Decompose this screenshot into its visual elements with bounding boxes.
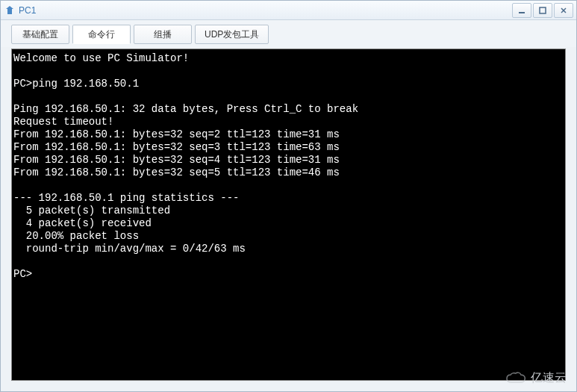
terminal-line: round-trip min/avg/max = 0/42/63 ms [13, 243, 246, 255]
minimize-button[interactable] [512, 3, 531, 18]
tab-udp-tool[interactable]: UDP发包工具 [195, 25, 269, 44]
terminal-line: 4 packet(s) received [13, 217, 152, 229]
app-window: PC1 基础配置 命令行 组播 UDP发包工具 Welcome to use P… [0, 0, 577, 392]
terminal-line: From 192.168.50.1: bytes=32 seq=2 ttl=12… [13, 128, 340, 140]
terminal-line: PC>ping 192.168.50.1 [13, 78, 139, 90]
terminal-line: From 192.168.50.1: bytes=32 seq=4 ttl=12… [13, 154, 340, 166]
titlebar: PC1 [1, 1, 576, 20]
terminal-line: Welcome to use PC Simulator! [13, 52, 189, 64]
terminal-line: From 192.168.50.1: bytes=32 seq=3 ttl=12… [13, 141, 340, 153]
terminal-line: --- 192.168.50.1 ping statistics --- [13, 192, 239, 204]
svg-rect-0 [519, 12, 525, 13]
tab-basic-config[interactable]: 基础配置 [11, 25, 69, 44]
tab-bar: 基础配置 命令行 组播 UDP发包工具 [1, 20, 576, 47]
terminal-prompt: PC> [13, 268, 32, 280]
app-icon [4, 4, 16, 16]
close-button[interactable] [554, 3, 573, 18]
terminal-line: Request timeout! [13, 116, 113, 128]
window-title: PC1 [19, 5, 511, 16]
terminal-line: 5 packet(s) transmitted [13, 205, 170, 217]
maximize-button[interactable] [533, 3, 552, 18]
terminal-line: From 192.168.50.1: bytes=32 seq=5 ttl=12… [13, 167, 340, 178]
tab-command-line[interactable]: 命令行 [72, 25, 131, 44]
tab-multicast[interactable]: 组播 [134, 25, 192, 44]
terminal-output[interactable]: Welcome to use PC Simulator! PC>ping 192… [11, 49, 566, 381]
terminal-line: 20.00% packet loss [13, 230, 139, 242]
terminal-line: Ping 192.168.50.1: 32 data bytes, Press … [13, 103, 358, 115]
svg-rect-1 [540, 7, 546, 13]
